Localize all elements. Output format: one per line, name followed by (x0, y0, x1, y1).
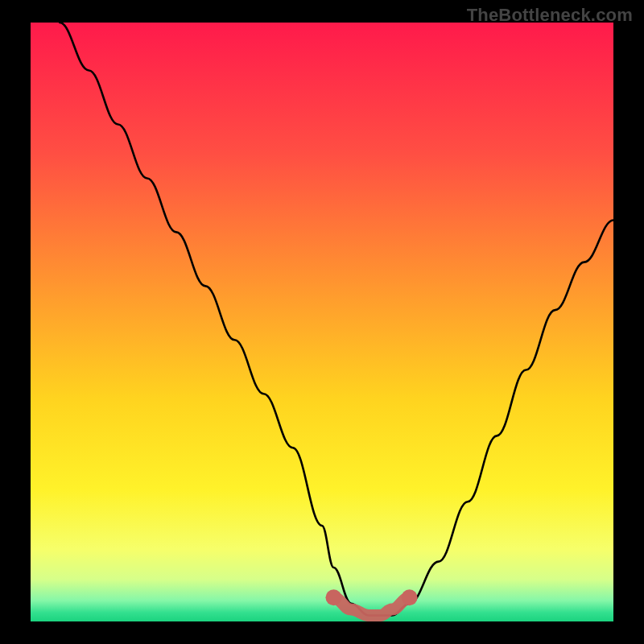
svg-rect-0 (31, 23, 613, 621)
chart-plot-area (31, 23, 613, 621)
watermark-text: TheBottleneck.com (467, 5, 633, 26)
chart-background-gradient (31, 23, 613, 621)
